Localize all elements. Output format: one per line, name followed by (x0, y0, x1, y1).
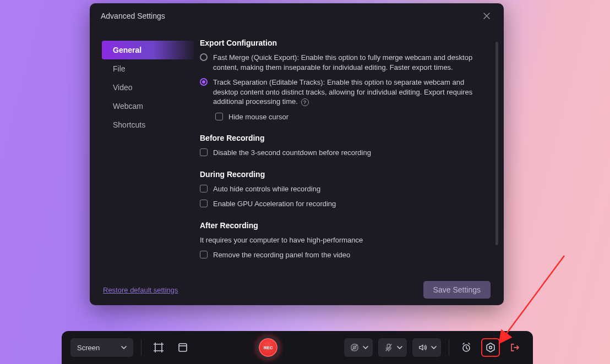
capture-mode-label: Screen (77, 344, 100, 352)
sidebar-item-video[interactable]: Video (102, 78, 194, 97)
radio-checked-icon[interactable] (200, 78, 208, 86)
checkbox-icon[interactable] (200, 185, 208, 192)
info-icon[interactable]: ? (301, 98, 309, 106)
settings-sidebar: General File Video Webcam Shortcuts (90, 26, 194, 274)
svg-line-7 (501, 256, 564, 341)
settings-content: Export Configuration Fast Merge (Quick E… (194, 26, 504, 274)
option-gpu-accel[interactable]: Enable GPU Acceleration for recording (200, 199, 485, 209)
option-label: Remove the recording panel from the vide… (213, 250, 350, 260)
camera-toggle[interactable] (344, 338, 373, 357)
option-label: Track Separation (Editable Tracks): Enab… (213, 78, 485, 107)
option-hide-cursor[interactable]: Hide mouse cursor (200, 112, 485, 122)
section-title-during: During Recording (200, 170, 485, 179)
exit-button[interactable] (505, 338, 524, 357)
divider (141, 339, 141, 356)
speaker-icon (418, 343, 428, 352)
option-label: Fast Merge (Quick Export): Enable this o… (213, 53, 485, 72)
svg-rect-1 (179, 344, 187, 351)
sidebar-item-label: General (113, 46, 141, 54)
camera-off-icon (350, 343, 360, 352)
svg-point-6 (489, 346, 492, 349)
sidebar-item-shortcuts[interactable]: Shortcuts (102, 115, 194, 134)
window-icon (177, 342, 188, 353)
sidebar-item-label: Video (113, 83, 133, 92)
checkbox-icon[interactable] (200, 148, 208, 156)
option-label: Enable GPU Acceleration for recording (213, 199, 336, 209)
sidebar-item-label: Shortcuts (113, 120, 145, 129)
scrollbar[interactable] (495, 42, 498, 245)
advanced-settings-modal: Advanced Settings General File Video Web… (90, 3, 504, 305)
section-title-export: Export Configuration (200, 38, 485, 47)
window-select-button[interactable] (173, 338, 192, 357)
option-track-separation[interactable]: Track Separation (Editable Tracks): Enab… (200, 78, 485, 107)
modal-title: Advanced Settings (101, 12, 165, 20)
checkbox-icon[interactable] (200, 251, 208, 258)
recording-toolbar: Screen REC (62, 331, 533, 364)
timer-button[interactable] (457, 338, 476, 357)
sidebar-item-webcam[interactable]: Webcam (102, 97, 194, 115)
section-title-after: After Recording (200, 221, 485, 230)
close-button[interactable] (481, 10, 493, 22)
chevron-down-icon (397, 346, 402, 349)
settings-button[interactable] (481, 338, 500, 357)
radio-unchecked-icon[interactable] (200, 53, 208, 61)
divider (449, 339, 449, 356)
gear-icon (485, 342, 496, 353)
option-label: Hide mouse cursor (228, 112, 288, 122)
checkbox-icon[interactable] (200, 200, 208, 207)
after-note: It requires your computer to have high-p… (200, 235, 485, 245)
mic-off-icon (384, 343, 394, 352)
record-button[interactable]: REC (257, 336, 280, 359)
section-title-before: Before Recording (200, 134, 485, 142)
note-text: It requires your computer to have high-p… (200, 235, 363, 245)
modal-footer: Restore default settings Save Settings (90, 274, 504, 305)
option-disable-countdown[interactable]: Disable the 3-second countdown before re… (200, 148, 485, 158)
sidebar-item-label: Webcam (113, 102, 143, 111)
option-fast-merge[interactable]: Fast Merge (Quick Export): Enable this o… (200, 53, 485, 72)
speaker-toggle[interactable] (412, 338, 441, 357)
save-settings-button[interactable]: Save Settings (423, 281, 491, 299)
alarm-icon (461, 342, 472, 353)
sidebar-item-file[interactable]: File (102, 59, 194, 78)
modal-body: General File Video Webcam Shortcuts Expo… (90, 26, 504, 274)
sidebar-item-general[interactable]: General (102, 41, 194, 59)
chevron-down-icon (121, 346, 127, 349)
crop-region-icon (153, 342, 164, 353)
option-label: Disable the 3-second countdown before re… (213, 148, 371, 158)
close-icon (483, 13, 490, 19)
region-select-button[interactable] (149, 338, 168, 357)
sidebar-item-label: File (113, 64, 126, 73)
chevron-down-icon (363, 346, 368, 349)
capture-mode-select[interactable]: Screen (70, 338, 133, 357)
record-label: REC (264, 345, 273, 350)
checkbox-icon[interactable] (215, 113, 223, 120)
option-auto-hide-controls[interactable]: Auto hide controls while recording (200, 184, 485, 194)
option-remove-panel[interactable]: Remove the recording panel from the vide… (200, 250, 485, 260)
svg-rect-0 (155, 344, 162, 351)
modal-header: Advanced Settings (90, 3, 504, 26)
mic-toggle[interactable] (378, 338, 407, 357)
exit-icon (509, 342, 520, 353)
chevron-down-icon (431, 346, 437, 349)
restore-defaults-link[interactable]: Restore default settings (103, 286, 178, 294)
option-label: Auto hide controls while recording (213, 184, 320, 194)
